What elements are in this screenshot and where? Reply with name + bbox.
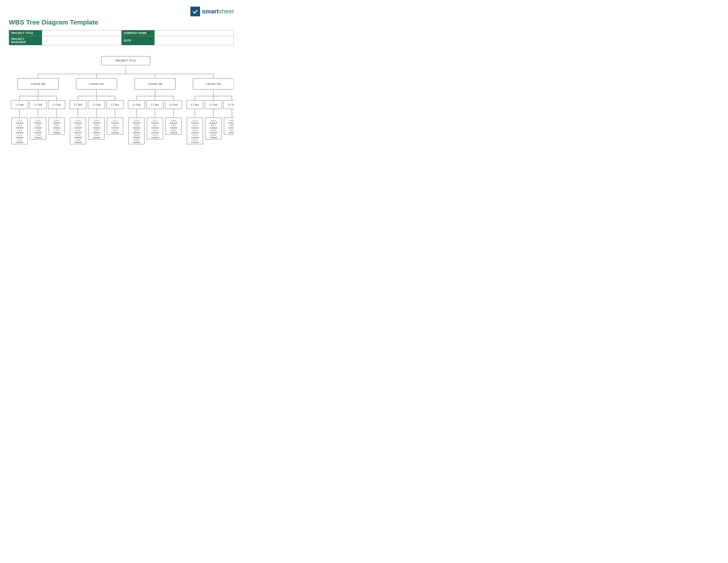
project-title-value: [42, 30, 122, 36]
svg-text:1.1.3: 1.1.3: [17, 129, 22, 131]
svg-text:Subtask: Subtask: [34, 131, 42, 134]
svg-text:2.2.4: 2.2.4: [94, 134, 99, 136]
svg-text:Subtask: Subtask: [34, 136, 42, 139]
svg-text:Subtask: Subtask: [74, 131, 82, 134]
svg-text:Subtask: Subtask: [170, 126, 177, 129]
tree-diagram: PROJECT TITLE1 Activity Title1.1 Task1.1…: [9, 52, 234, 188]
svg-text:Subtask: Subtask: [210, 136, 217, 139]
svg-text:4.1 Task: 4.1 Task: [191, 103, 199, 106]
svg-text:2.1.1: 2.1.1: [76, 119, 80, 122]
page-title: WBS Tree Diagram Template: [9, 19, 234, 26]
date-label: DATE: [121, 36, 154, 45]
svg-text:4.2.3: 4.2.3: [211, 129, 216, 131]
svg-text:Subtask: Subtask: [93, 131, 100, 134]
svg-text:1.2.2: 1.2.2: [36, 124, 40, 126]
svg-text:1.3.3: 1.3.3: [54, 129, 59, 131]
svg-text:1.2.1: 1.2.1: [36, 119, 40, 122]
svg-text:Subtask: Subtask: [210, 126, 217, 129]
svg-text:4.2.2: 4.2.2: [211, 124, 216, 126]
svg-text:Subtask: Subtask: [151, 131, 159, 134]
svg-text:4.3.1: 4.3.1: [230, 119, 234, 122]
svg-text:2.3.3: 2.3.3: [113, 129, 117, 131]
svg-text:1.1.4: 1.1.4: [17, 134, 22, 136]
svg-text:Subtask: Subtask: [151, 136, 159, 139]
svg-text:Subtask: Subtask: [133, 131, 140, 134]
svg-text:Subtask: Subtask: [111, 131, 119, 134]
svg-text:Subtask: Subtask: [34, 122, 42, 124]
svg-text:4 Activity Title: 4 Activity Title: [206, 83, 221, 85]
svg-text:Subtask: Subtask: [74, 122, 82, 124]
svg-text:Subtask: Subtask: [191, 131, 199, 134]
svg-text:PROJECT TITLE: PROJECT TITLE: [116, 59, 136, 62]
svg-text:3.3 Task: 3.3 Task: [169, 103, 178, 106]
svg-text:1.3.1: 1.3.1: [54, 119, 59, 122]
svg-text:3.1.5: 3.1.5: [134, 139, 139, 141]
svg-text:4.1.1: 4.1.1: [193, 119, 197, 122]
svg-text:3.2.3: 3.2.3: [153, 129, 157, 131]
svg-text:1 Activity Title: 1 Activity Title: [31, 83, 45, 85]
svg-text:Subtask: Subtask: [53, 122, 60, 124]
svg-text:Subtask: Subtask: [16, 141, 23, 143]
svg-text:2.3.2: 2.3.2: [113, 124, 117, 126]
svg-text:2.2.3: 2.2.3: [94, 129, 99, 131]
svg-text:2.2 Task: 2.2 Task: [92, 103, 101, 106]
svg-text:Subtask: Subtask: [133, 122, 140, 124]
company-name-value: [154, 30, 234, 36]
logo-text: smartsheet: [202, 8, 234, 15]
date-value: [154, 36, 234, 45]
svg-text:4.2 Task: 4.2 Task: [209, 103, 218, 106]
svg-text:2 Activity Title: 2 Activity Title: [89, 83, 104, 85]
svg-text:4.1.3: 4.1.3: [193, 129, 197, 131]
project-title-label: PROJECT TITLE: [9, 30, 42, 36]
company-name-label: COMPANY NAME: [121, 30, 154, 36]
svg-text:4.2.1: 4.2.1: [211, 119, 216, 122]
svg-text:3.2 Task: 3.2 Task: [151, 103, 159, 106]
svg-text:1.1.5: 1.1.5: [17, 139, 22, 141]
svg-text:Subtask: Subtask: [34, 126, 42, 129]
svg-text:Subtask: Subtask: [93, 126, 100, 129]
svg-text:Subtask: Subtask: [74, 136, 82, 139]
svg-text:3.1.3: 3.1.3: [134, 129, 139, 131]
project-manager-value: [42, 36, 122, 45]
smartsheet-logo: smartsheet: [190, 7, 234, 16]
svg-text:Subtask: Subtask: [210, 122, 217, 124]
svg-text:4.3.3: 4.3.3: [230, 129, 234, 131]
svg-text:Subtask: Subtask: [170, 131, 177, 134]
svg-text:Subtask: Subtask: [228, 126, 234, 129]
svg-text:Subtask: Subtask: [191, 122, 199, 124]
svg-text:3.1.4: 3.1.4: [134, 134, 139, 136]
svg-text:1.3.2: 1.3.2: [54, 124, 59, 126]
svg-text:1.2.3: 1.2.3: [36, 129, 40, 131]
svg-text:Subtask: Subtask: [228, 122, 234, 124]
svg-text:3.2.4: 3.2.4: [153, 134, 157, 136]
svg-text:3.3.2: 3.3.2: [171, 124, 176, 126]
logo-area: smartsheet: [9, 7, 234, 16]
svg-text:3.3.1: 3.3.1: [171, 119, 176, 122]
svg-text:Subtask: Subtask: [74, 141, 82, 143]
svg-text:2.2.2: 2.2.2: [94, 124, 99, 126]
svg-text:2.3.1: 2.3.1: [113, 119, 117, 122]
svg-text:1.1.1: 1.1.1: [17, 119, 22, 122]
svg-text:4.1.4: 4.1.4: [193, 134, 197, 136]
svg-text:Subtask: Subtask: [170, 122, 177, 124]
svg-text:3 Activity Title: 3 Activity Title: [148, 83, 162, 85]
svg-text:2.3 Task: 2.3 Task: [111, 103, 119, 106]
svg-text:Subtask: Subtask: [16, 131, 23, 134]
svg-text:Subtask: Subtask: [93, 136, 100, 139]
svg-text:3.2.2: 3.2.2: [153, 124, 157, 126]
svg-text:3.1 Task: 3.1 Task: [132, 103, 141, 106]
svg-text:Subtask: Subtask: [16, 122, 23, 124]
svg-text:2.1 Task: 2.1 Task: [74, 103, 82, 106]
svg-text:1.3 Task: 1.3 Task: [53, 103, 61, 106]
svg-text:1.2 Task: 1.2 Task: [34, 103, 42, 106]
svg-text:4.2.4: 4.2.4: [211, 134, 216, 136]
svg-text:Subtask: Subtask: [111, 126, 119, 129]
svg-text:Subtask: Subtask: [151, 122, 159, 124]
svg-text:4.1.2: 4.1.2: [193, 124, 197, 126]
project-manager-label: PROJECT MANAGER: [9, 36, 42, 45]
svg-text:Subtask: Subtask: [133, 136, 140, 139]
info-table: PROJECT TITLE COMPANY NAME PROJECT MANAG…: [9, 30, 234, 45]
svg-text:Subtask: Subtask: [210, 131, 217, 134]
svg-text:3.1.1: 3.1.1: [134, 119, 139, 122]
svg-text:2.1.4: 2.1.4: [76, 134, 80, 136]
